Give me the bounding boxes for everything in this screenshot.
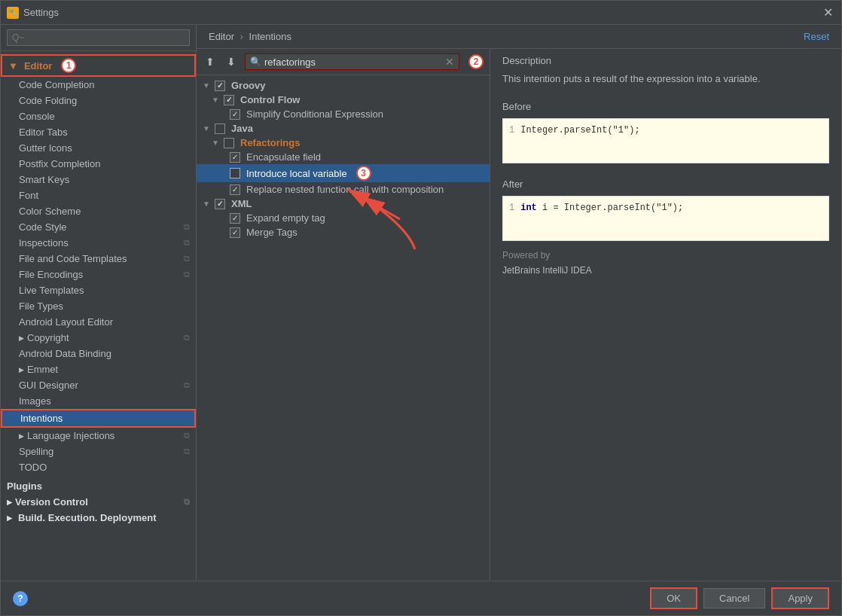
tree-item-groovy[interactable]: ▼ Groovy	[197, 78, 490, 93]
checkbox-encapsulate[interactable]	[230, 152, 240, 163]
item-label: Intentions	[20, 413, 63, 424]
tree-toolbar: ⬆ ⬇ 🔍 ✕ 2	[197, 49, 490, 75]
checkbox-java[interactable]	[215, 124, 225, 134]
tree-item-xml[interactable]: ▼ XML	[197, 197, 490, 211]
checkbox-refactorings[interactable]	[224, 138, 234, 148]
item-label: Code Folding	[19, 95, 77, 106]
checkbox-expand-empty[interactable]	[230, 213, 240, 224]
breadcrumb-parent: Editor	[209, 31, 234, 42]
tree-item-introduce[interactable]: Introduce local variable 3	[197, 164, 490, 182]
sidebar-item-gui-designer[interactable]: GUI Designer⧉	[1, 377, 196, 393]
help-button[interactable]: ?	[13, 591, 28, 606]
sidebar-item-console[interactable]: Console	[1, 108, 196, 124]
copy-icon: ⧉	[184, 333, 190, 343]
tree-item-replace[interactable]: Replace nested function call with compos…	[197, 182, 490, 197]
item-label: File Types	[19, 300, 63, 312]
breadcrumb: Editor › Intentions	[209, 31, 291, 42]
tree-panel: ⬆ ⬇ 🔍 ✕ 2 ▼	[197, 49, 490, 581]
item-label: Images	[19, 395, 51, 407]
copy-icon: ⧉	[184, 497, 190, 507]
apply-button[interactable]: Apply	[771, 587, 829, 609]
checkbox-merge-tags[interactable]	[230, 227, 240, 238]
sidebar-item-code-completion[interactable]: Code Completion	[1, 77, 196, 93]
sidebar-item-android-layout-editor[interactable]: Android Layout Editor	[1, 314, 196, 330]
sidebar-search-input[interactable]	[7, 29, 190, 46]
right-panel: Editor › Intentions Reset ⬆ ⬇ 🔍	[197, 25, 841, 581]
item-label: Inspections	[19, 237, 69, 249]
copy-icon: ⧉	[184, 270, 190, 279]
item-label: TODO	[19, 462, 47, 473]
sidebar-item-language-injections[interactable]: ▶Language Injections ⧉	[1, 428, 196, 444]
item-label: Console	[19, 111, 55, 122]
sidebar-item-color-scheme[interactable]: Color Scheme	[1, 203, 196, 219]
sidebar-item-android-data-binding[interactable]: Android Data Binding	[1, 346, 196, 361]
tree-list: ▼ Groovy ▼ Control Flow	[197, 75, 490, 581]
sidebar-item-plugins[interactable]: Plugins	[1, 478, 196, 494]
search-box: 🔍 ✕	[245, 53, 459, 70]
editor-expand-arrow: ▼	[8, 60, 18, 72]
checkbox-groovy[interactable]	[215, 81, 225, 91]
copy-icon: ⧉	[184, 254, 190, 264]
before-line-num: 1	[509, 125, 514, 136]
tree-item-control-flow[interactable]: ▼ Control Flow	[197, 93, 490, 107]
sidebar-item-images[interactable]: Images	[1, 393, 196, 409]
sidebar-item-copyright[interactable]: ▶Copyright ⧉	[1, 330, 196, 346]
sidebar-item-file-code-templates[interactable]: File and Code Templates⧉	[1, 251, 196, 267]
close-button[interactable]: ✕	[820, 5, 835, 20]
arrow-icon: ▼	[203, 81, 212, 90]
sidebar-item-todo[interactable]: TODO	[1, 459, 196, 475]
tree-item-label: Simplify Conditional Expression	[246, 108, 383, 120]
tree-item-expand-empty[interactable]: Expand empty tag	[197, 211, 490, 225]
tree-search-input[interactable]	[264, 56, 442, 68]
sidebar: ▼ Editor 1 Code Completion Code Folding …	[1, 25, 197, 581]
checkbox-replace[interactable]	[230, 184, 240, 195]
sidebar-item-editor-tabs[interactable]: Editor Tabs	[1, 124, 196, 140]
copy-icon: ⧉	[184, 380, 190, 390]
sidebar-item-code-style[interactable]: Code Style⧉	[1, 219, 196, 235]
collapse-all-button[interactable]: ⬇	[224, 54, 239, 69]
after-label: After	[490, 172, 841, 193]
sidebar-item-font[interactable]: Font	[1, 188, 196, 203]
arrow-icon: ▼	[203, 124, 212, 133]
sidebar-item-build[interactable]: ▶ Build. Execution. Deployment	[1, 510, 196, 526]
badge-2: 2	[468, 54, 484, 69]
item-label: Color Scheme	[19, 206, 81, 217]
cancel-button[interactable]: Cancel	[703, 588, 765, 608]
sidebar-item-emmet[interactable]: ▶Emmet	[1, 361, 196, 377]
after-keyword: int	[520, 203, 537, 213]
item-label: Editor Tabs	[19, 127, 68, 138]
reset-button[interactable]: Reset	[804, 31, 829, 42]
sidebar-item-code-folding[interactable]: Code Folding	[1, 93, 196, 108]
sidebar-item-postfix-completion[interactable]: Postfix Completion	[1, 156, 196, 172]
sidebar-item-live-templates[interactable]: Live Templates	[1, 282, 196, 298]
checkbox-xml[interactable]	[215, 199, 225, 209]
sidebar-item-editor[interactable]: ▼ Editor 1	[1, 54, 196, 77]
checkbox-control-flow[interactable]	[224, 95, 234, 105]
tree-item-label: Encapsulate field	[246, 151, 321, 163]
sidebar-item-version-control[interactable]: ▶Version Control ⧉	[1, 494, 196, 510]
checkbox-simplify[interactable]	[230, 109, 240, 120]
sidebar-item-file-types[interactable]: File Types	[1, 298, 196, 314]
tree-item-refactorings[interactable]: ▼ Refactorings	[197, 136, 490, 150]
ok-button[interactable]: OK	[650, 587, 697, 609]
item-label: Gutter Icons	[19, 142, 72, 154]
item-label: Code Completion	[19, 79, 94, 90]
app-icon: 🔧	[7, 7, 19, 19]
checkbox-introduce[interactable]	[230, 168, 240, 178]
sidebar-item-intentions[interactable]: Intentions	[1, 409, 196, 428]
tree-item-merge-tags[interactable]: Merge Tags	[197, 225, 490, 239]
description-panel: Description This intention puts a result…	[490, 49, 841, 581]
sidebar-item-gutter-icons[interactable]: Gutter Icons	[1, 140, 196, 156]
item-label: File and Code Templates	[19, 253, 127, 264]
sidebar-item-spelling[interactable]: Spelling⧉	[1, 444, 196, 459]
sidebar-item-inspections[interactable]: Inspections⧉	[1, 235, 196, 251]
tree-item-java[interactable]: ▼ Java	[197, 121, 490, 136]
tree-item-label: Refactorings	[240, 137, 300, 148]
expand-all-button[interactable]: ⬆	[203, 54, 218, 69]
search-clear-button[interactable]: ✕	[445, 56, 454, 68]
tree-item-simplify[interactable]: Simplify Conditional Expression	[197, 107, 490, 121]
tree-item-encapsulate[interactable]: Encapsulate field	[197, 150, 490, 164]
sidebar-item-file-encodings[interactable]: File Encodings⧉	[1, 267, 196, 282]
breadcrumb-current: Intentions	[249, 31, 291, 42]
sidebar-item-smart-keys[interactable]: Smart Keys	[1, 172, 196, 188]
